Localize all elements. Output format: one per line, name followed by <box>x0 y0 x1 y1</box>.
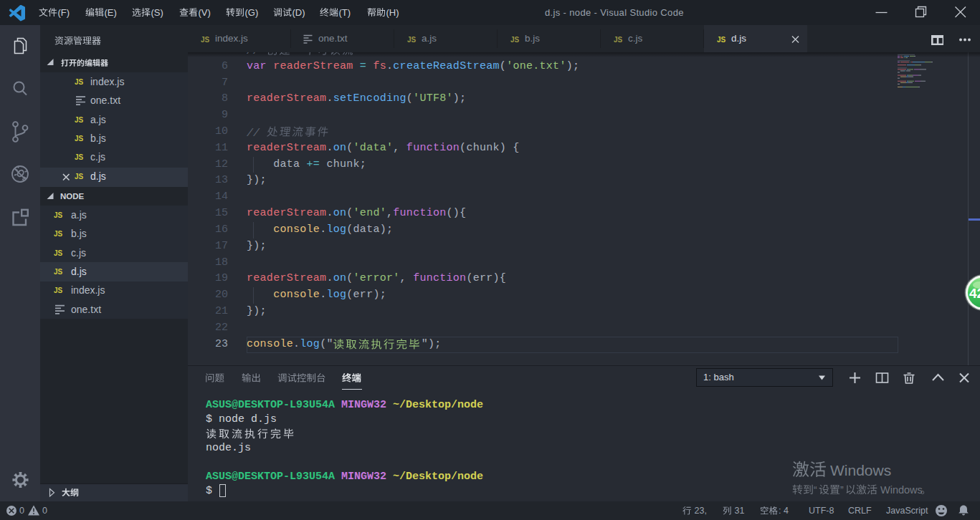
svg-text:JS: JS <box>75 153 84 161</box>
svg-text:JS: JS <box>75 135 84 143</box>
svg-text:(T): (T) <box>339 7 351 18</box>
svg-text:Windows: Windows <box>880 484 923 496</box>
svg-text:”: ” <box>840 484 844 496</box>
svg-text:“: “ <box>814 484 817 496</box>
svg-text:JS: JS <box>201 36 210 44</box>
svg-text:(S): (S) <box>151 7 163 18</box>
svg-text:(H): (H) <box>386 7 399 18</box>
svg-text:JS: JS <box>54 268 63 276</box>
svg-text:(F): (F) <box>58 7 70 18</box>
svg-text:JS: JS <box>407 36 417 44</box>
svg-text:(V): (V) <box>199 7 211 18</box>
svg-text:NODE: NODE <box>60 192 85 201</box>
svg-text:(D): (D) <box>292 7 305 18</box>
svg-text:JS: JS <box>75 173 84 180</box>
svg-text:JS: JS <box>54 249 63 257</box>
svg-text:JS: JS <box>614 36 623 44</box>
svg-text:JS: JS <box>54 230 63 238</box>
svg-text:JS: JS <box>717 36 726 44</box>
svg-text:JS: JS <box>54 211 63 219</box>
svg-text:JS: JS <box>75 78 84 86</box>
svg-text:Windows: Windows <box>830 462 891 478</box>
svg-text://: // <box>247 45 260 57</box>
svg-text:JS: JS <box>510 36 520 44</box>
svg-text://: // <box>247 127 260 140</box>
svg-text:JS: JS <box>75 116 84 124</box>
svg-text:(E): (E) <box>105 7 117 18</box>
svg-text:(G): (G) <box>245 7 259 18</box>
svg-text:42: 42 <box>969 286 980 301</box>
svg-text:JS: JS <box>54 287 63 294</box>
